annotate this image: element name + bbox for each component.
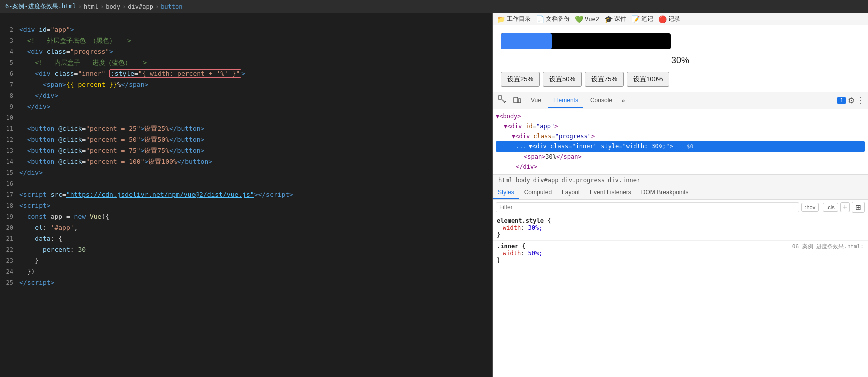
code-line-12: 12 <button @click="percent = 50">设置50%</… <box>0 134 492 145</box>
progress-bar-inner <box>501 33 552 49</box>
code-line-6: 6 <div class="inner" :style="{ width: pe… <box>0 68 492 79</box>
bookmark-courseware-label: 课件 <box>614 15 626 23</box>
main-layout: 2 <div id="app"> 3 <!-- 外层盒子底色 （黑色） --> … <box>0 13 868 377</box>
progress-bar-container <box>501 33 671 49</box>
styles-tab-dombreakpoints[interactable]: DOM Breakpoints <box>636 186 694 199</box>
set-75-button[interactable]: 设置75% <box>585 72 624 87</box>
code-line-19: 19 const app = new Vue({ <box>0 211 492 222</box>
styles-tab-styles[interactable]: Styles <box>493 186 519 199</box>
tree-div-progress[interactable]: ▼<div class="progress"> <box>496 131 865 141</box>
style-rule-inner: .inner { 06-案例-进度条效果.html: width: 50%; } <box>493 241 868 266</box>
svg-rect-0 <box>498 96 502 99</box>
path-body[interactable]: body <box>514 176 532 184</box>
code-line-23: 23 } <box>0 255 492 266</box>
path-html[interactable]: html <box>497 176 514 184</box>
breadcrumb-body[interactable]: body <box>106 3 120 10</box>
path-divapp[interactable]: div#app <box>532 176 560 184</box>
style-close-brace-2: } <box>497 257 864 264</box>
hov-button[interactable]: :hov <box>801 203 819 212</box>
progress-percent-text: 30% <box>501 55 860 66</box>
svg-rect-1 <box>514 97 518 103</box>
set-25-button[interactable]: 设置25% <box>501 72 540 87</box>
breadcrumb-sep-2: › <box>100 3 104 10</box>
folder-icon: 📁 <box>497 15 505 23</box>
code-line-24: 24 }) <box>0 266 492 277</box>
devtools-settings-button[interactable]: ⚙ <box>848 96 855 105</box>
code-line-7: 7 <span>{{ percent }}%</span> <box>0 79 492 90</box>
code-line-13: 13 <button @click="percent = 75">设置75%</… <box>0 145 492 156</box>
cls-button[interactable]: .cls <box>823 203 838 212</box>
tab-elements[interactable]: Elements <box>548 94 583 108</box>
bookmarks-bar: 📁 工作目录 📄 文档备份 💚 Vue2 🎓 课件 📝 笔记 🔴 记录 <box>493 13 868 25</box>
add-style-button[interactable]: + <box>840 202 850 212</box>
code-line-16: 16 <box>0 178 492 189</box>
styles-panel: element.style { width: 30%; } .inner { 0… <box>493 215 868 377</box>
breadcrumb-html[interactable]: html <box>84 3 98 10</box>
path-divinner[interactable]: div.inner <box>606 176 642 184</box>
styles-tab-layout[interactable]: Layout <box>557 186 585 199</box>
bookmark-notes[interactable]: 📝 笔记 <box>631 15 653 23</box>
filter-input[interactable] <box>496 202 799 212</box>
code-line-14: 14 <button @click="percent = 100">设置100%… <box>0 156 492 167</box>
tree-body[interactable]: ▼<body> <box>496 111 865 121</box>
bookmark-vue2[interactable]: 💚 Vue2 <box>575 15 599 23</box>
tree-div-inner[interactable]: ...▼<div class="inner" style="width: 30%… <box>496 141 865 152</box>
code-line-5: 5 <!-- 内层盒子 - 进度（蓝色） --> <box>0 57 492 68</box>
vue-icon: 💚 <box>575 15 583 23</box>
code-line-18: 18 <script> <box>0 200 492 211</box>
breadcrumb-sep-3: › <box>122 3 126 10</box>
code-line-20: 20 el: '#app', <box>0 222 492 233</box>
more-tabs-button[interactable]: » <box>619 97 627 104</box>
bookmark-workdir[interactable]: 📁 工作目录 <box>497 15 531 23</box>
code-line-4: 4 <div class="progress"> <box>0 46 492 57</box>
code-line-22: 22 percent: 30 <box>0 244 492 255</box>
bookmark-courseware[interactable]: 🎓 课件 <box>604 15 626 23</box>
style-prop-width-30[interactable]: width: 30%; <box>497 224 864 231</box>
style-close-brace-1: } <box>497 231 864 238</box>
svg-rect-2 <box>518 99 521 103</box>
tree-span-30[interactable]: <span>30%</span> <box>496 152 865 162</box>
code-line-2: 2 <div id="app"> <box>0 24 492 35</box>
path-divprogress[interactable]: div.progress <box>560 176 606 184</box>
styles-tab-eventlisteners[interactable]: Event Listeners <box>585 186 636 199</box>
elements-tree: ▼<body> ▼<div id="app"> ▼<div class="pro… <box>493 109 868 174</box>
style-prop-width-50[interactable]: width: 50%; <box>497 250 864 257</box>
breadcrumb-button[interactable]: button <box>161 3 182 10</box>
inspect-element-button[interactable] <box>496 93 509 108</box>
bookmark-workdir-label: 工作目录 <box>507 15 531 23</box>
breadcrumb-bar: 6-案例-进度条效果.html › html › body › div#app … <box>0 0 868 13</box>
tree-div-inner-close[interactable]: </div> <box>496 162 865 172</box>
code-line-17: 17 <script src="https://cdn.jsdelivr.net… <box>0 189 492 200</box>
tab-console[interactable]: Console <box>585 94 617 108</box>
error-badge: 1 <box>837 97 846 104</box>
tab-vue[interactable]: Vue <box>526 94 546 108</box>
set-100-button[interactable]: 设置100% <box>627 72 669 87</box>
breadcrumb-filename[interactable]: 6-案例-进度条效果.html <box>5 2 76 11</box>
code-line-25: 25 </script> <box>0 277 492 288</box>
styles-tabs: Styles Computed Layout Event Listeners D… <box>493 186 868 200</box>
devtools-toolbar: Vue Elements Console » 1 ⚙ ⋮ <box>493 92 868 109</box>
code-editor-panel: 2 <div id="app"> 3 <!-- 外层盒子底色 （黑色） --> … <box>0 13 493 377</box>
code-line-15: 15 </div> <box>0 167 492 178</box>
doc-icon: 📄 <box>536 15 544 23</box>
style-rule-element: element.style { width: 30%; } <box>493 215 868 241</box>
code-line-1 <box>0 13 492 24</box>
device-toolbar-button[interactable] <box>511 93 524 108</box>
breadcrumb-divapp[interactable]: div#app <box>128 3 153 10</box>
right-panel: 📁 工作目录 📄 文档备份 💚 Vue2 🎓 课件 📝 笔记 🔴 记录 <box>493 13 868 377</box>
style-selector-element: element.style { <box>497 217 864 224</box>
notes-icon: 📝 <box>631 15 640 23</box>
devtools-menu-button[interactable]: ⋮ <box>857 96 865 105</box>
bookmark-docbak[interactable]: 📄 文档备份 <box>536 15 570 23</box>
bookmark-record[interactable]: 🔴 记录 <box>658 15 680 23</box>
set-50-button[interactable]: 设置50% <box>543 72 582 87</box>
style-icon-btn[interactable]: ⊞ <box>852 202 865 213</box>
style-selector-inner: .inner { 06-案例-进度条效果.html: <box>497 243 864 250</box>
tree-div-app[interactable]: ▼<div id="app"> <box>496 121 865 131</box>
styles-tab-computed[interactable]: Computed <box>519 186 557 199</box>
breadcrumb-sep-1: › <box>78 3 82 10</box>
filter-row: :hov .cls + ⊞ <box>493 200 868 215</box>
code-line-10: 10 <box>0 112 492 123</box>
devtools-panel: Vue Elements Console » 1 ⚙ ⋮ ▼<body> ▼<d… <box>493 92 868 377</box>
code-line-21: 21 data: { <box>0 233 492 244</box>
